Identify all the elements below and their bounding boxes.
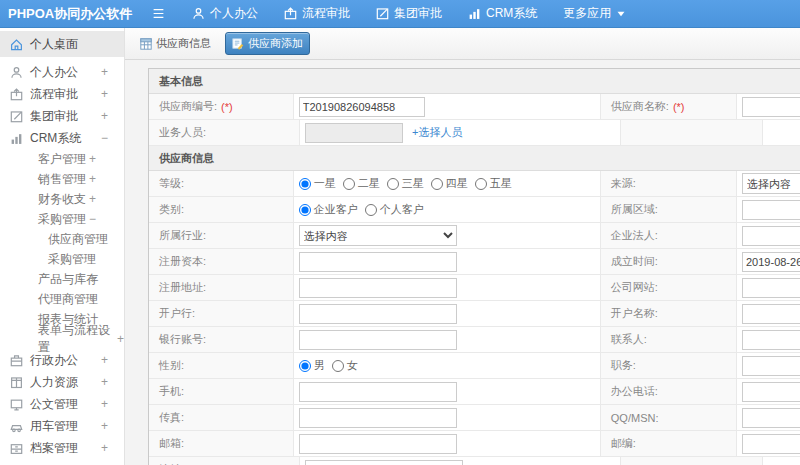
field-label: 企业法人: [611, 228, 658, 243]
text-input[interactable] [742, 252, 800, 272]
text-input[interactable] [742, 226, 800, 246]
sidebar-item[interactable]: 档案管理+ [0, 437, 124, 459]
sidebar-item-label: 采购管理 [48, 251, 96, 268]
radio-option[interactable]: 四星 [431, 176, 468, 191]
text-input[interactable] [299, 330, 457, 350]
sidebar-item[interactable]: 集团审批+ [0, 105, 124, 127]
tab-supplier-info[interactable]: 供应商信息 [134, 33, 217, 54]
sidebar-item[interactable]: 代理商管理+ [0, 289, 124, 309]
form-row: 邮箱:邮编: [149, 431, 800, 457]
topnav-label: CRM系统 [486, 5, 537, 22]
radio-option[interactable]: 三星 [387, 176, 424, 191]
expand-toggle[interactable]: + [101, 397, 108, 411]
text-input[interactable] [299, 304, 457, 324]
text-input[interactable] [742, 382, 800, 402]
text-input[interactable] [299, 97, 425, 117]
topnav-item[interactable]: CRM系统 [455, 0, 550, 28]
text-input[interactable] [742, 304, 800, 324]
expand-toggle[interactable]: + [89, 292, 96, 306]
radio-input[interactable] [299, 360, 311, 372]
text-input[interactable] [299, 408, 457, 428]
radio-input[interactable] [387, 178, 399, 190]
text-input[interactable] [299, 278, 457, 298]
expand-toggle[interactable]: + [89, 192, 96, 206]
text-input[interactable] [742, 97, 800, 117]
text-input[interactable] [742, 408, 800, 428]
sidebar-item[interactable]: 用车管理+ [0, 415, 124, 437]
radio-input[interactable] [365, 204, 377, 216]
radio-option[interactable]: 女 [332, 358, 358, 373]
expand-toggle[interactable]: + [101, 87, 108, 101]
select-person-link[interactable]: +选择人员 [412, 125, 462, 140]
sidebar-item[interactable]: 个人办公+ [0, 61, 124, 83]
radio-input[interactable] [332, 360, 344, 372]
radio-input[interactable] [343, 178, 355, 190]
sidebar-item[interactable]: 人力资源+ [0, 371, 124, 393]
topnav-item[interactable]: 流程审批 [271, 0, 363, 28]
topnav-item[interactable]: 个人办公 [179, 0, 271, 28]
expand-toggle[interactable]: + [101, 375, 108, 389]
sidebar-item-label: 行政办公 [30, 352, 78, 369]
radio-input[interactable] [299, 178, 311, 190]
sidebar-item-label: 人力资源 [30, 374, 78, 391]
field-label: QQ/MSN: [611, 412, 659, 424]
text-input[interactable] [742, 278, 800, 298]
sidebar-item[interactable]: CRM系统− [0, 127, 124, 149]
expand-toggle[interactable]: + [101, 109, 108, 123]
expand-toggle[interactable]: + [117, 332, 124, 346]
radio-input[interactable] [475, 178, 487, 190]
expand-toggle[interactable]: + [101, 353, 108, 367]
radio-label: 一星 [314, 176, 336, 191]
select-input[interactable]: 选择内容 [299, 225, 457, 246]
sidebar-item[interactable]: 采购管理 [0, 249, 124, 269]
sidebar-item[interactable]: 产品与库存+ [0, 269, 124, 289]
field-cell [737, 431, 800, 456]
sidebar-item[interactable]: 供应商管理 [0, 229, 124, 249]
sidebar-item[interactable]: 表单与流程设置+ [0, 329, 124, 349]
radio-label: 五星 [490, 176, 512, 191]
text-input[interactable] [299, 382, 457, 402]
sidebar-item[interactable]: 流程审批+ [0, 83, 124, 105]
text-input[interactable] [742, 356, 800, 376]
sidebar-item[interactable]: 客户管理+ [0, 149, 124, 169]
sidebar-item[interactable]: 个人桌面 [0, 31, 124, 57]
sidebar-item-label: 档案管理 [30, 440, 78, 457]
sidebar-item[interactable]: 行政办公+ [0, 349, 124, 371]
text-input[interactable] [742, 330, 800, 350]
sidebar-item[interactable]: 财务收支+ [0, 189, 124, 209]
expand-toggle[interactable]: − [89, 212, 96, 226]
sidebar-item[interactable]: 采购管理− [0, 209, 124, 229]
text-input[interactable] [299, 434, 457, 454]
radio-option[interactable]: 企业客户 [299, 202, 358, 217]
expand-toggle[interactable]: − [101, 131, 108, 145]
expand-toggle[interactable]: + [101, 65, 108, 79]
radio-input[interactable] [431, 178, 443, 190]
radio-option[interactable]: 五星 [475, 176, 512, 191]
expand-toggle[interactable]: + [101, 419, 108, 433]
radio-option[interactable]: 二星 [343, 176, 380, 191]
text-input[interactable] [742, 200, 800, 220]
menu-toggle-icon[interactable] [152, 7, 165, 20]
text-input[interactable] [742, 434, 800, 454]
field-cell [763, 457, 800, 465]
radio-option[interactable]: 一星 [299, 176, 336, 191]
radio-option[interactable]: 男 [299, 358, 325, 373]
topnav-item[interactable]: 集团审批 [363, 0, 455, 28]
topnav-item[interactable]: 更多应用 [550, 0, 638, 28]
text-input[interactable] [299, 252, 457, 272]
label-cell: 等级: [149, 171, 294, 196]
expand-toggle[interactable]: + [101, 441, 108, 455]
expand-toggle[interactable]: + [89, 152, 96, 166]
tab-supplier-add[interactable]: 供应商添加 [225, 32, 310, 55]
sidebar-item[interactable]: 公文管理+ [0, 393, 124, 415]
text-input[interactable] [305, 460, 463, 465]
expand-toggle[interactable]: + [89, 172, 96, 186]
sidebar-item[interactable]: 销售管理+ [0, 169, 124, 189]
sidebar-item-label: 供应商管理 [48, 231, 108, 248]
radio-option[interactable]: 个人客户 [365, 202, 424, 217]
radio-input[interactable] [299, 204, 311, 216]
sidebar-item-label: 个人办公 [30, 64, 78, 81]
text-input[interactable] [305, 123, 403, 143]
expand-toggle[interactable]: + [89, 272, 96, 286]
select-input[interactable]: 选择内容 [742, 173, 800, 194]
